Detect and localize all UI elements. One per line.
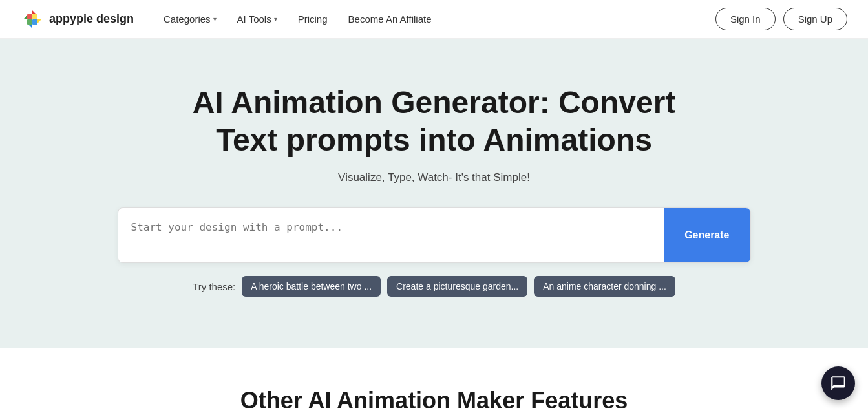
suggestion-button-0[interactable]: A heroic battle between two ... xyxy=(242,276,381,297)
chat-bubble[interactable] xyxy=(821,366,855,400)
logo-icon xyxy=(21,8,44,31)
hero-subtitle: Visualize, Type, Watch- It's that Simple… xyxy=(338,171,530,184)
logo[interactable]: appypie design xyxy=(21,8,134,31)
nav-links: Categories ▾ AI Tools ▾ Pricing Become A… xyxy=(154,8,715,30)
signin-button[interactable]: Sign In xyxy=(715,8,776,30)
nav-actions: Sign In Sign Up xyxy=(715,8,847,30)
try-these-area: Try these: A heroic battle between two .… xyxy=(193,276,675,297)
svg-rect-1 xyxy=(27,14,32,19)
chevron-down-icon: ▾ xyxy=(274,16,277,23)
signup-button[interactable]: Sign Up xyxy=(783,8,847,30)
svg-rect-3 xyxy=(27,19,32,25)
try-these-label: Try these: xyxy=(193,281,235,292)
chevron-down-icon: ▾ xyxy=(213,16,217,23)
chat-icon xyxy=(830,375,847,392)
svg-rect-2 xyxy=(32,14,37,19)
nav-categories[interactable]: Categories ▾ xyxy=(154,8,226,30)
nav-ai-tools[interactable]: AI Tools ▾ xyxy=(228,8,286,30)
prompt-box: Generate xyxy=(118,207,751,263)
prompt-input[interactable] xyxy=(118,208,664,262)
generate-button[interactable]: Generate xyxy=(664,208,750,262)
lower-section: Other AI Animation Maker Features xyxy=(0,348,868,413)
svg-rect-4 xyxy=(32,19,37,25)
nav-affiliate[interactable]: Become An Affiliate xyxy=(339,8,441,30)
navbar: appypie design Categories ▾ AI Tools ▾ P… xyxy=(0,0,868,39)
logo-text: appypie design xyxy=(49,12,134,26)
hero-section: AI Animation Generator: Convert Text pro… xyxy=(0,39,868,348)
nav-pricing[interactable]: Pricing xyxy=(289,8,337,30)
suggestion-button-1[interactable]: Create a picturesque garden... xyxy=(387,276,527,297)
hero-title: AI Animation Generator: Convert Text pro… xyxy=(189,84,680,158)
suggestion-button-2[interactable]: An anime character donning ... xyxy=(534,276,675,297)
lower-section-title: Other AI Animation Maker Features xyxy=(13,387,855,413)
